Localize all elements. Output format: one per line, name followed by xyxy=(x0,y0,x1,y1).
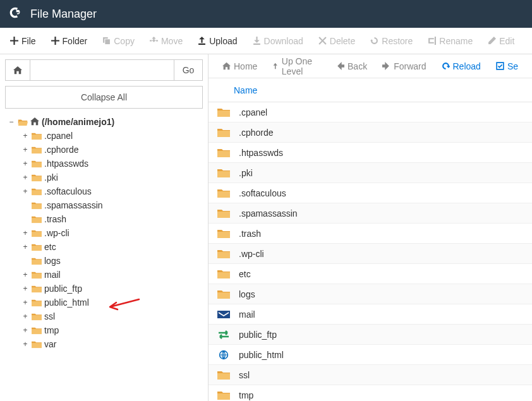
tree-item[interactable]: +.pki xyxy=(21,171,203,184)
ct-home-button[interactable]: Home xyxy=(215,54,265,78)
rename-button[interactable]: Rename xyxy=(420,28,480,54)
tree-item[interactable]: +.softaculous xyxy=(21,184,203,198)
folder-icon xyxy=(217,148,230,158)
file-name: public_ftp xyxy=(239,330,277,340)
tree-item[interactable]: +.trash xyxy=(21,212,203,226)
tree-item[interactable]: +ssl xyxy=(21,309,203,323)
new-file-button[interactable]: File xyxy=(3,28,44,54)
expand-icon[interactable]: + xyxy=(21,340,29,349)
expand-icon[interactable]: + xyxy=(21,159,29,168)
ct-forward-button[interactable]: Forward xyxy=(375,54,433,78)
expand-icon[interactable]: + xyxy=(21,312,29,321)
tree-item-label: public_html xyxy=(44,297,89,308)
file-row[interactable]: .trash xyxy=(209,224,532,244)
folder-icon xyxy=(217,208,230,218)
expand-icon[interactable]: + xyxy=(21,187,29,196)
tree-item-label: .pki xyxy=(44,172,58,183)
folder-icon xyxy=(32,201,42,210)
folder-icon xyxy=(32,146,42,154)
collapse-all-button[interactable]: Collapse All xyxy=(5,86,203,109)
folder-icon xyxy=(32,188,42,196)
folder-icon xyxy=(32,257,42,265)
file-name: public_html xyxy=(239,350,284,360)
expand-icon[interactable]: + xyxy=(21,284,29,293)
file-name: .wp-cli xyxy=(239,249,264,259)
folder-icon xyxy=(32,326,42,335)
file-row[interactable]: .wp-cli xyxy=(209,244,532,264)
tree-item-label: .spamassassin xyxy=(44,200,103,210)
tree-item[interactable]: +.cpanel xyxy=(21,129,203,143)
file-row[interactable]: public_ftp xyxy=(209,325,532,345)
ct-back-button[interactable]: Back xyxy=(329,54,375,78)
tree-item[interactable]: +var xyxy=(21,337,203,351)
tree-item[interactable]: +.wp-cli xyxy=(21,226,203,240)
tree-root[interactable]: − (/home/animejo1) xyxy=(8,115,203,129)
ct-up-button[interactable]: Up One Level xyxy=(265,54,329,78)
home-button[interactable] xyxy=(5,59,30,81)
path-input[interactable] xyxy=(30,59,174,81)
tree-item[interactable]: +tmp xyxy=(21,323,203,337)
main-toolbar: File Folder Copy Move Upload Download De… xyxy=(0,28,532,54)
folder-tree: − (/home/animejo1) +.cpanel+.cphorde+.ht… xyxy=(5,115,203,351)
table-header[interactable]: Name xyxy=(209,78,532,102)
file-list: .cpanel.cphorde.htpasswds.pki.softaculou… xyxy=(209,102,532,401)
tree-item[interactable]: +public_html xyxy=(21,296,203,309)
file-row[interactable]: .cpanel xyxy=(209,102,532,123)
file-row[interactable]: .cphorde xyxy=(209,123,532,143)
tree-item-label: .htpasswds xyxy=(44,159,88,169)
tree-item[interactable]: +.htpasswds xyxy=(21,157,203,171)
file-row[interactable]: public_html xyxy=(209,345,532,365)
file-row[interactable]: etc xyxy=(209,264,532,284)
edit-button[interactable]: Edit xyxy=(480,28,522,54)
file-row[interactable]: mail xyxy=(209,304,532,325)
folder-icon xyxy=(32,243,42,251)
new-folder-button[interactable]: Folder xyxy=(44,28,95,54)
expand-icon[interactable]: + xyxy=(21,229,29,237)
tree-item[interactable]: +logs xyxy=(21,254,203,268)
file-row[interactable]: logs xyxy=(209,284,532,304)
file-name: mail xyxy=(239,309,255,320)
upload-button[interactable]: Upload xyxy=(190,28,245,54)
expand-icon[interactable]: + xyxy=(21,298,29,307)
tree-item-label: etc xyxy=(44,242,56,252)
ct-selectall-button[interactable]: Se xyxy=(488,54,526,78)
tree-item[interactable]: +mail xyxy=(21,268,203,282)
folder-icon xyxy=(32,132,42,140)
folder-icon xyxy=(217,370,230,380)
restore-button[interactable]: Restore xyxy=(363,28,420,54)
tree-item-label: ssl xyxy=(44,311,55,321)
copy-button[interactable]: Copy xyxy=(95,28,142,54)
expand-icon[interactable]: + xyxy=(21,173,29,182)
expand-icon[interactable]: + xyxy=(21,242,29,251)
expand-icon[interactable]: + xyxy=(21,270,29,279)
file-name: etc xyxy=(239,269,251,279)
download-button[interactable]: Download xyxy=(245,28,311,54)
content-panel: Home Up One Level Back Forward Reload Se xyxy=(209,54,532,401)
delete-button[interactable]: Delete xyxy=(311,28,363,54)
move-button[interactable]: Move xyxy=(142,28,190,54)
tree-item-label: public_ftp xyxy=(44,284,82,294)
go-button[interactable]: Go xyxy=(174,59,203,81)
expand-icon[interactable]: + xyxy=(21,326,29,335)
file-name: logs xyxy=(239,289,255,299)
expand-icon[interactable]: + xyxy=(21,145,29,154)
ct-reload-button[interactable]: Reload xyxy=(434,54,488,78)
collapse-icon[interactable]: − xyxy=(8,117,15,126)
tree-item[interactable]: +etc xyxy=(21,240,203,254)
file-row[interactable]: .spamassassin xyxy=(209,203,532,224)
file-row[interactable]: .pki xyxy=(209,163,532,183)
file-row[interactable]: ssl xyxy=(209,365,532,385)
folder-icon xyxy=(32,313,42,321)
folder-icon xyxy=(217,107,230,117)
column-name[interactable]: Name xyxy=(234,85,257,95)
tree-item[interactable]: +public_ftp xyxy=(21,282,203,296)
tree-item[interactable]: +.spamassassin xyxy=(21,198,203,212)
file-row[interactable]: .softaculous xyxy=(209,183,532,203)
file-row[interactable]: .htpasswds xyxy=(209,143,532,163)
tree-item[interactable]: +.cphorde xyxy=(21,143,203,157)
tree-item-label: .cpanel xyxy=(44,131,73,141)
expand-icon[interactable]: + xyxy=(21,131,29,140)
tree-item-label: mail xyxy=(44,270,61,280)
file-name: .pki xyxy=(239,168,253,178)
file-row[interactable]: tmp xyxy=(209,385,532,401)
